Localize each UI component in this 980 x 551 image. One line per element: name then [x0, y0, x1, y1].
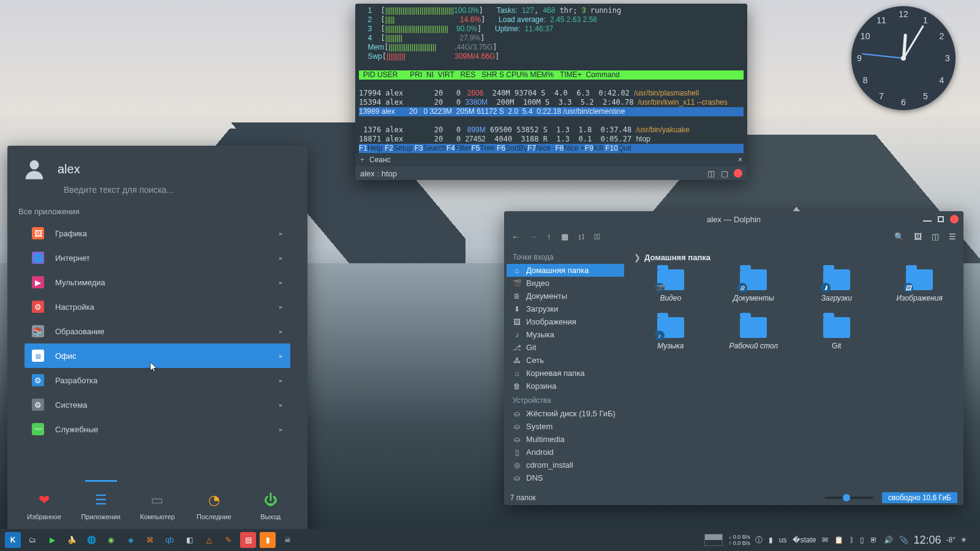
places-item[interactable]: ⎇Git [507, 341, 624, 354]
dolphin-title-bar[interactable]: alex — Dolphin [504, 211, 963, 227]
skull-icon[interactable]: ☠ [279, 532, 295, 548]
sort-icon[interactable]: ↕⁞ [578, 232, 585, 241]
devices-item[interactable]: ⛀System [507, 420, 624, 433]
folder-item[interactable]: Рабочий стол [716, 317, 792, 350]
system-tray[interactable]: ⓘ ▮ us �state ✉ 📋 ᛒ ▯ ⛨ 🔊 📎 [755, 535, 909, 545]
places-item[interactable]: 🎬Видео [507, 277, 624, 290]
menu-category[interactable]: 🌐Интернет▸ [24, 246, 290, 270]
terminal-window[interactable]: 1 [||||||||||||||||||||||||||||||||||||1… [355, 4, 747, 180]
weather-temp[interactable]: -8° [946, 536, 956, 544]
color-picker-icon[interactable]: ✎ [221, 532, 236, 548]
wifi-icon[interactable]: �state [793, 536, 816, 544]
bluetooth-icon[interactable]: ᛒ [850, 536, 854, 544]
file-manager-window[interactable]: alex — Dolphin ← → ↑ ▦ ↕⁞ 👁̸ 🔍 🖼 ◫ ☰ Точ… [504, 211, 963, 505]
forward-icon[interactable]: → [529, 232, 537, 241]
app-icon-orange[interactable]: ▮ [260, 532, 276, 548]
battery-icon[interactable]: ▮ [769, 536, 773, 544]
app-icon-red[interactable]: ▤ [240, 532, 256, 548]
phone-icon[interactable]: ▯ [860, 536, 864, 544]
dolphin-toolbar[interactable]: ← → ↑ ▦ ↕⁞ 👁̸ 🔍 🖼 ◫ ☰ [504, 227, 963, 246]
krita-icon[interactable]: ◧ [181, 532, 197, 548]
places-item[interactable]: ♪Музыка [507, 328, 624, 341]
launcher-tab[interactable]: ▭Компьютер [129, 491, 186, 520]
telegram-icon[interactable]: ◈ [123, 532, 138, 548]
devices-item[interactable]: ▯Android [507, 446, 624, 459]
up-icon[interactable]: ↑ [547, 232, 551, 241]
places-item[interactable]: ⬇Загрузки [507, 302, 624, 315]
menu-category[interactable]: ⚙Настройка▸ [24, 294, 290, 319]
menu-category[interactable]: ≣Офис▸ [24, 343, 290, 368]
places-item[interactable]: 🖧Сеть [507, 354, 624, 367]
places-item[interactable]: 🗑Корзина [507, 380, 624, 392]
play-icon[interactable]: ▶ [44, 532, 60, 548]
shield-icon[interactable]: ⛨ [870, 536, 878, 544]
places-item[interactable]: 🗎Документы [507, 290, 624, 302]
menu-category[interactable]: 🖼Графика▸ [24, 221, 290, 246]
preview-icon[interactable]: 🖼 [914, 232, 922, 241]
banana-icon[interactable]: 🍌 [64, 532, 80, 548]
folder-item[interactable]: 🗎Документы [716, 269, 792, 302]
hidden-files-icon[interactable]: 👁̸ [594, 232, 600, 241]
digital-clock[interactable]: 12:06 [913, 534, 941, 547]
zoom-slider[interactable] [824, 497, 873, 499]
launcher-tab[interactable]: ⏻Выход [243, 491, 299, 520]
menu-icon[interactable]: ☰ [949, 232, 956, 241]
vlc-icon[interactable]: △ [201, 532, 217, 548]
close-icon[interactable] [734, 169, 742, 178]
launcher-tab[interactable]: ☰Приложения [73, 491, 129, 520]
launcher-tab[interactable]: ◔Последние [186, 491, 242, 520]
folder-item[interactable]: 🎬Видео [633, 269, 709, 302]
split-icon[interactable]: ◫ [707, 169, 715, 178]
maximize-icon[interactable] [938, 216, 944, 222]
devices-item[interactable]: ⛀DNS [507, 471, 624, 484]
menu-category[interactable]: 📚Образование▸ [24, 319, 290, 343]
volume-icon[interactable]: 🔊 [884, 536, 893, 544]
folder-item[interactable]: ♪Музыка [633, 317, 709, 350]
menu-category[interactable]: ⚙Разработка▸ [24, 368, 290, 392]
menu-category[interactable]: 〰Служебные▸ [24, 417, 290, 441]
search-icon[interactable]: 🔍 [894, 232, 904, 241]
places-item[interactable]: 🖼Изображения [507, 315, 624, 328]
search-input[interactable]: Введите текст для поиска... [7, 185, 307, 204]
new-tab-icon[interactable]: + [360, 156, 364, 164]
attachment-icon[interactable]: 📎 [899, 536, 908, 544]
minimize-icon[interactable] [923, 217, 932, 222]
folder-item[interactable]: 🖼Изображения [882, 269, 958, 302]
info-icon[interactable]: ⓘ [755, 535, 763, 545]
grid-view-icon[interactable]: ▦ [561, 232, 568, 241]
menu-category[interactable]: ▶Мультимедиа▸ [24, 270, 290, 294]
keyboard-layout[interactable]: us [779, 536, 787, 544]
file-manager-icon[interactable]: 🗂 [24, 532, 40, 548]
places-item[interactable]: ⌂Домашняя папка [507, 264, 624, 277]
clipboard-icon[interactable]: 📋 [834, 536, 843, 544]
split-view-icon[interactable]: ◫ [932, 232, 939, 241]
folder-item[interactable]: ⬇Загрузки [799, 269, 875, 302]
menu-category[interactable]: ⚙Система▸ [24, 392, 290, 417]
devices-item[interactable]: ⛀Multimedia [507, 433, 624, 446]
analog-clock-widget[interactable]: 121234567891011 [851, 6, 956, 110]
places-panel[interactable]: Точки входа ⌂Домашняя папка🎬Видео🗎Докуме… [504, 246, 627, 490]
taskbar[interactable]: K 🗂 ▶ 🍌 🌐 ◉ ◈ ⌘ qb ◧ △ ✎ ▤ ▮ ☠ ↓ 0.0 B/s… [0, 529, 980, 551]
folder-item[interactable]: Git [799, 317, 875, 350]
back-icon[interactable]: ← [511, 232, 519, 241]
devices-item[interactable]: ⛀Жёсткий диск (19,5 ГиБ) [507, 407, 624, 420]
desktop-pager[interactable] [704, 534, 723, 546]
places-item[interactable]: ⌂Корневая папка [507, 367, 624, 380]
terminal-title-bar[interactable]: alex : htop ◫ ▢ [355, 167, 747, 180]
app-launcher[interactable]: alex Введите текст для поиска... Все при… [7, 146, 307, 531]
maximize-icon[interactable]: ▢ [720, 169, 729, 178]
close-icon[interactable] [950, 215, 959, 223]
qt-icon[interactable]: ◉ [103, 532, 119, 548]
qbit-icon[interactable]: qb [162, 532, 178, 548]
terminal-tab-label[interactable]: Сеанс [369, 156, 391, 164]
folder-view[interactable]: ❯Домашняя папка 🎬Видео🗎Документы⬇Загрузк… [627, 246, 963, 490]
terminal-tab-bar[interactable]: + Сеанс × [355, 153, 747, 167]
tab-close-icon[interactable]: × [738, 156, 742, 164]
brightness-icon[interactable]: ☀ [956, 532, 971, 548]
launcher-tab[interactable]: ❤Избранное [16, 491, 72, 520]
devices-item[interactable]: ◎cdrom_install [507, 459, 624, 471]
kde-launcher-icon[interactable]: K [5, 532, 21, 548]
chrome-icon[interactable]: 🌐 [83, 532, 99, 548]
rss-icon[interactable]: ⌘ [142, 532, 158, 548]
mail-icon[interactable]: ✉ [822, 536, 828, 544]
